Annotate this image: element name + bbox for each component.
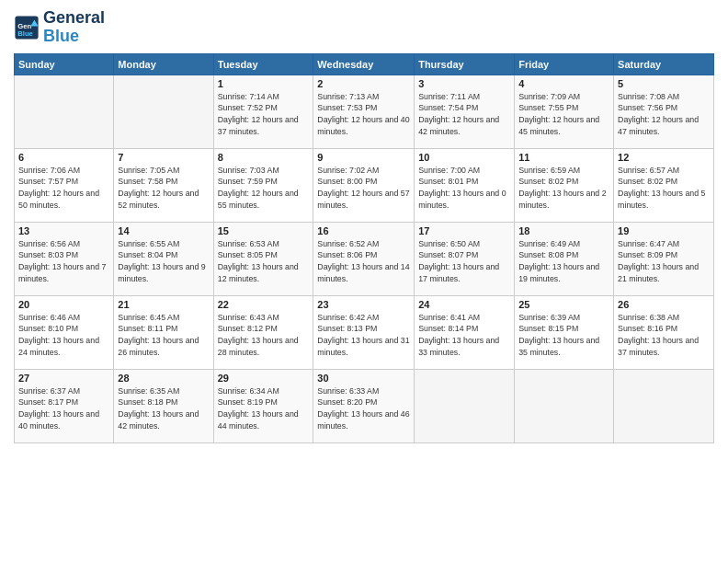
calendar-cell-29: 29Sunrise: 6:34 AM Sunset: 8:19 PM Dayli… [213,369,313,442]
calendar-cell-25: 25Sunrise: 6:39 AM Sunset: 8:15 PM Dayli… [515,295,614,369]
calendar-cell-3: 3Sunrise: 7:11 AM Sunset: 7:54 PM Daylig… [415,75,515,148]
day-info: Sunrise: 6:45 AM Sunset: 8:11 PM Dayligh… [118,312,209,359]
day-info: Sunrise: 6:52 AM Sunset: 8:06 PM Dayligh… [317,238,410,285]
day-info: Sunrise: 6:37 AM Sunset: 8:17 PM Dayligh… [18,385,109,432]
day-info: Sunrise: 7:00 AM Sunset: 8:01 PM Dayligh… [418,165,510,212]
calendar-cell-2: 2Sunrise: 7:13 AM Sunset: 7:53 PM Daylig… [313,75,415,148]
weekday-header-row: SundayMondayTuesdayWednesdayThursdayFrid… [15,53,714,75]
calendar-cell-26: 26Sunrise: 6:38 AM Sunset: 8:16 PM Dayli… [614,295,714,369]
header: Gen Blue General Blue [14,9,714,46]
calendar-cell-4: 4Sunrise: 7:09 AM Sunset: 7:55 PM Daylig… [515,75,614,148]
svg-text:Blue: Blue [17,29,33,38]
calendar-cell-14: 14Sunrise: 6:55 AM Sunset: 8:04 PM Dayli… [114,222,213,295]
day-info: Sunrise: 7:09 AM Sunset: 7:55 PM Dayligh… [518,91,609,138]
day-number: 6 [18,152,109,163]
calendar-cell-empty [415,369,515,442]
day-number: 18 [518,225,609,236]
day-info: Sunrise: 6:55 AM Sunset: 8:04 PM Dayligh… [118,238,209,285]
day-info: Sunrise: 6:38 AM Sunset: 8:16 PM Dayligh… [618,312,710,359]
day-number: 13 [18,225,109,236]
day-number: 28 [118,373,209,384]
day-number: 12 [618,152,710,163]
calendar-cell-23: 23Sunrise: 6:42 AM Sunset: 8:13 PM Dayli… [313,295,415,369]
day-info: Sunrise: 6:35 AM Sunset: 8:18 PM Dayligh… [118,385,209,432]
day-info: Sunrise: 7:05 AM Sunset: 7:58 PM Dayligh… [118,165,209,212]
calendar-cell-12: 12Sunrise: 6:57 AM Sunset: 8:02 PM Dayli… [614,148,714,222]
day-info: Sunrise: 7:14 AM Sunset: 7:52 PM Dayligh… [218,91,310,138]
day-number: 19 [618,225,710,236]
calendar-cell-17: 17Sunrise: 6:50 AM Sunset: 8:07 PM Dayli… [415,222,515,295]
calendar-cell-19: 19Sunrise: 6:47 AM Sunset: 8:09 PM Dayli… [614,222,714,295]
calendar-cell-1: 1Sunrise: 7:14 AM Sunset: 7:52 PM Daylig… [213,75,313,148]
week-row-3: 20Sunrise: 6:46 AM Sunset: 8:10 PM Dayli… [15,295,714,369]
logo-wordmark: General Blue [43,9,105,46]
logo: Gen Blue General Blue [14,9,105,46]
week-row-0: 1Sunrise: 7:14 AM Sunset: 7:52 PM Daylig… [15,75,714,148]
week-row-2: 13Sunrise: 6:56 AM Sunset: 8:03 PM Dayli… [15,222,714,295]
calendar-cell-18: 18Sunrise: 6:49 AM Sunset: 8:08 PM Dayli… [515,222,614,295]
day-number: 5 [618,78,710,89]
day-info: Sunrise: 6:34 AM Sunset: 8:19 PM Dayligh… [218,385,310,432]
day-info: Sunrise: 6:39 AM Sunset: 8:15 PM Dayligh… [518,312,609,359]
calendar-cell-empty [15,75,114,148]
calendar-cell-24: 24Sunrise: 6:41 AM Sunset: 8:14 PM Dayli… [415,295,515,369]
day-number: 26 [618,299,710,310]
calendar-cell-5: 5Sunrise: 7:08 AM Sunset: 7:56 PM Daylig… [614,75,714,148]
day-info: Sunrise: 6:50 AM Sunset: 8:07 PM Dayligh… [418,238,510,285]
day-info: Sunrise: 6:47 AM Sunset: 8:09 PM Dayligh… [618,238,710,285]
calendar-cell-empty [114,75,213,148]
day-number: 27 [18,373,109,384]
week-row-4: 27Sunrise: 6:37 AM Sunset: 8:17 PM Dayli… [15,369,714,442]
day-info: Sunrise: 6:33 AM Sunset: 8:20 PM Dayligh… [317,385,410,432]
calendar-cell-16: 16Sunrise: 6:52 AM Sunset: 8:06 PM Dayli… [313,222,415,295]
calendar-cell-empty [614,369,714,442]
calendar-cell-28: 28Sunrise: 6:35 AM Sunset: 8:18 PM Dayli… [114,369,213,442]
day-number: 2 [317,78,410,89]
day-number: 8 [218,152,310,163]
calendar-cell-20: 20Sunrise: 6:46 AM Sunset: 8:10 PM Dayli… [15,295,114,369]
day-number: 21 [118,299,209,310]
day-info: Sunrise: 7:02 AM Sunset: 8:00 PM Dayligh… [317,165,410,212]
day-number: 1 [218,78,310,89]
weekday-header-wednesday: Wednesday [313,53,415,75]
day-number: 29 [218,373,310,384]
day-number: 22 [218,299,310,310]
page: Gen Blue General Blue SundayMondayTuesda… [0,0,728,563]
day-info: Sunrise: 6:53 AM Sunset: 8:05 PM Dayligh… [218,238,310,285]
day-number: 11 [518,152,609,163]
logo-text: General Blue [43,9,105,46]
day-number: 15 [218,225,310,236]
calendar-cell-21: 21Sunrise: 6:45 AM Sunset: 8:11 PM Dayli… [114,295,213,369]
day-number: 25 [518,299,609,310]
weekday-header-friday: Friday [515,53,614,75]
day-info: Sunrise: 6:41 AM Sunset: 8:14 PM Dayligh… [418,312,510,359]
calendar-cell-13: 13Sunrise: 6:56 AM Sunset: 8:03 PM Dayli… [15,222,114,295]
day-number: 3 [418,78,510,89]
calendar-cell-10: 10Sunrise: 7:00 AM Sunset: 8:01 PM Dayli… [415,148,515,222]
calendar-cell-15: 15Sunrise: 6:53 AM Sunset: 8:05 PM Dayli… [213,222,313,295]
calendar: SundayMondayTuesdayWednesdayThursdayFrid… [14,53,714,443]
day-number: 30 [317,373,410,384]
day-info: Sunrise: 6:43 AM Sunset: 8:12 PM Dayligh… [218,312,310,359]
logo-general: General [43,8,105,27]
day-number: 16 [317,225,410,236]
day-info: Sunrise: 7:11 AM Sunset: 7:54 PM Dayligh… [418,91,510,138]
day-info: Sunrise: 7:03 AM Sunset: 7:59 PM Dayligh… [218,165,310,212]
day-number: 7 [118,152,209,163]
calendar-cell-empty [515,369,614,442]
weekday-header-saturday: Saturday [614,53,714,75]
day-info: Sunrise: 7:06 AM Sunset: 7:57 PM Dayligh… [18,165,109,212]
calendar-cell-11: 11Sunrise: 6:59 AM Sunset: 8:02 PM Dayli… [515,148,614,222]
calendar-cell-6: 6Sunrise: 7:06 AM Sunset: 7:57 PM Daylig… [15,148,114,222]
calendar-cell-30: 30Sunrise: 6:33 AM Sunset: 8:20 PM Dayli… [313,369,415,442]
day-info: Sunrise: 6:59 AM Sunset: 8:02 PM Dayligh… [518,165,609,212]
day-number: 20 [18,299,109,310]
day-number: 14 [118,225,209,236]
calendar-cell-7: 7Sunrise: 7:05 AM Sunset: 7:58 PM Daylig… [114,148,213,222]
calendar-cell-22: 22Sunrise: 6:43 AM Sunset: 8:12 PM Dayli… [213,295,313,369]
day-info: Sunrise: 6:42 AM Sunset: 8:13 PM Dayligh… [317,312,410,359]
day-info: Sunrise: 6:57 AM Sunset: 8:02 PM Dayligh… [618,165,710,212]
day-info: Sunrise: 7:13 AM Sunset: 7:53 PM Dayligh… [317,91,410,138]
week-row-1: 6Sunrise: 7:06 AM Sunset: 7:57 PM Daylig… [15,148,714,222]
weekday-header-monday: Monday [114,53,213,75]
